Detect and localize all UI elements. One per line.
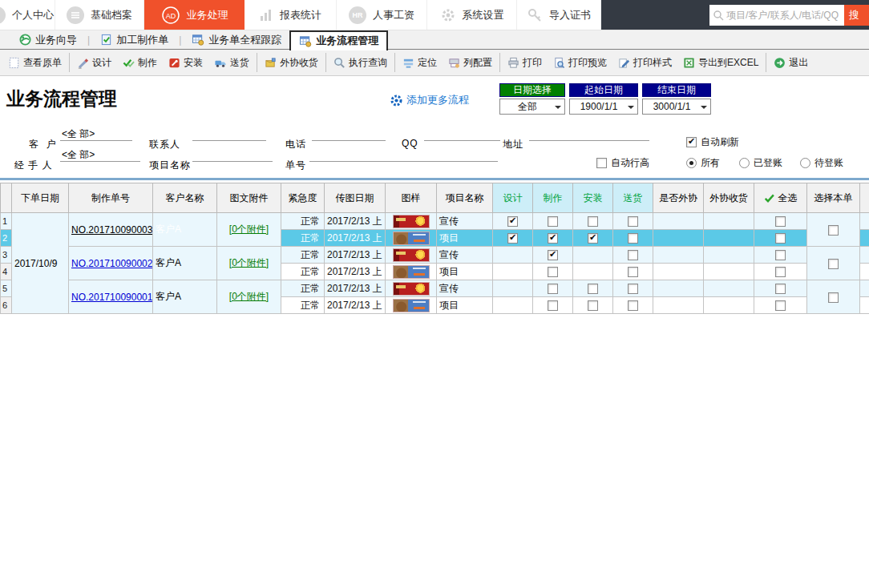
checkbox-icon[interactable] — [775, 267, 786, 277]
design-button[interactable]: 设计 — [71, 50, 117, 75]
attachments-link[interactable]: [0个附件] — [229, 224, 269, 235]
install-cell[interactable] — [573, 247, 613, 264]
auto-refresh-checkbox[interactable]: 自动刷新 — [686, 135, 739, 149]
deliver-cell[interactable] — [613, 230, 653, 247]
add-more-flows-link[interactable]: 添加更多流程 — [390, 93, 469, 107]
make-cell[interactable] — [533, 297, 573, 314]
contact-field[interactable] — [192, 127, 266, 141]
select-all-cell[interactable] — [754, 264, 807, 280]
install-cell[interactable] — [573, 213, 613, 230]
radio-posted[interactable]: 已登账 — [739, 156, 782, 170]
checkbox-icon[interactable] — [548, 267, 558, 277]
install-button[interactable]: 安装 — [163, 50, 208, 75]
sample-image[interactable] — [393, 299, 430, 312]
execute-query-button[interactable]: 执行查询 — [328, 50, 393, 75]
search-input[interactable] — [726, 10, 839, 21]
make-cell[interactable] — [533, 264, 573, 280]
checkbox-icon[interactable] — [828, 225, 839, 236]
column-config-button[interactable]: 列配置 — [443, 50, 498, 75]
radio-icon[interactable] — [739, 158, 750, 168]
sample-image[interactable] — [393, 215, 430, 228]
project-name-field[interactable] — [192, 148, 273, 162]
outsource-receive-button[interactable]: 外协收货 — [259, 50, 324, 75]
attachments-link[interactable]: [0个附件] — [229, 257, 269, 268]
checkbox-icon[interactable] — [588, 300, 598, 311]
end-date-dropdown[interactable]: 3000/1/1 — [642, 99, 711, 115]
checkbox-icon[interactable] — [596, 158, 607, 168]
order-no-link[interactable]: NO.201710090003 — [71, 224, 152, 236]
search-button[interactable]: 搜 — [844, 5, 869, 26]
checkbox-icon[interactable] — [548, 216, 558, 227]
checkbox-icon[interactable] — [628, 300, 638, 311]
tab-business-wizard[interactable]: 业务向导 — [11, 30, 85, 50]
checkbox-icon[interactable] — [628, 233, 638, 244]
make-cell[interactable] — [533, 230, 573, 247]
attachments-link[interactable]: [0个附件] — [229, 291, 269, 302]
make-button[interactable]: 制作 — [117, 50, 163, 75]
checkbox-icon[interactable] — [588, 216, 598, 227]
nav-item-business-processing[interactable]: AD 业务处理 — [144, 0, 245, 30]
checkbox-icon[interactable] — [628, 216, 638, 227]
radio-icon[interactable] — [800, 158, 810, 168]
checkbox-icon[interactable] — [775, 216, 786, 227]
auto-row-height-checkbox[interactable]: 自动行高 — [596, 156, 649, 170]
select-order-cell[interactable] — [807, 280, 860, 314]
install-cell[interactable] — [573, 297, 613, 314]
qq-field[interactable] — [424, 127, 500, 141]
checkbox-icon[interactable] — [828, 259, 839, 269]
select-all-cell[interactable] — [754, 297, 807, 314]
checkbox-icon[interactable] — [588, 233, 598, 244]
design-cell[interactable] — [493, 213, 533, 230]
deliver-cell[interactable] — [613, 280, 653, 297]
date-select-dropdown[interactable]: 全部 — [499, 99, 565, 115]
customer-field[interactable] — [60, 127, 132, 141]
nav-item-basic-archives[interactable]: 基础档案 — [55, 0, 144, 30]
checkbox-icon[interactable] — [507, 216, 518, 227]
sample-image[interactable] — [393, 265, 430, 279]
radio-unposted[interactable]: 待登账 — [800, 156, 843, 170]
locate-button[interactable]: 定位 — [397, 50, 443, 75]
radio-icon[interactable] — [686, 158, 697, 168]
select-order-cell[interactable] — [807, 213, 860, 247]
print-preview-button[interactable]: 打印预览 — [548, 50, 612, 75]
print-style-button[interactable]: 打印样式 — [612, 50, 677, 75]
select-all-cell[interactable] — [754, 213, 807, 230]
nav-item-import-certificate[interactable]: 导入证书 — [517, 0, 601, 30]
checkbox-icon[interactable] — [628, 284, 638, 294]
start-date-dropdown[interactable]: 1900/1/1 — [569, 99, 638, 115]
tab-process-management[interactable]: 业务流程管理 — [289, 30, 388, 50]
checkbox-icon[interactable] — [775, 250, 786, 260]
deliver-cell[interactable] — [613, 297, 653, 314]
sample-image[interactable] — [393, 282, 430, 296]
checkbox-icon[interactable] — [548, 284, 558, 294]
deliver-cell[interactable] — [613, 247, 653, 264]
install-cell[interactable] — [573, 280, 613, 297]
order-no-link[interactable]: NO.201710090001 — [71, 292, 152, 303]
deliver-cell[interactable] — [613, 264, 653, 280]
tab-work-order[interactable]: 加工制作单 — [92, 30, 176, 50]
checkbox-icon[interactable] — [548, 250, 558, 260]
design-cell[interactable] — [493, 247, 533, 264]
sample-image[interactable] — [393, 232, 430, 245]
sample-image[interactable] — [393, 248, 430, 262]
exit-button[interactable]: 退出 — [768, 50, 814, 75]
checkbox-icon[interactable] — [548, 233, 558, 244]
select-all-cell[interactable] — [754, 247, 807, 264]
checkbox-icon[interactable] — [686, 137, 697, 147]
checkbox-icon[interactable] — [828, 292, 839, 303]
handler-field[interactable] — [60, 148, 140, 162]
select-all-cell[interactable] — [754, 280, 807, 297]
nav-item-report-statistics[interactable]: 报表统计 — [245, 0, 337, 30]
checkbox-icon[interactable] — [507, 233, 518, 244]
design-cell[interactable] — [493, 280, 533, 297]
order-no-field[interactable] — [309, 148, 498, 162]
col-header-select-all[interactable]: 全选 — [754, 183, 807, 213]
export-excel-button[interactable]: 导出到EXCEL — [677, 50, 764, 75]
checkbox-icon[interactable] — [588, 284, 598, 294]
make-cell[interactable] — [533, 280, 573, 297]
phone-field[interactable] — [312, 127, 386, 141]
design-cell[interactable] — [493, 264, 533, 280]
deliver-button[interactable]: 送货 — [208, 50, 255, 75]
checkbox-icon[interactable] — [628, 267, 638, 277]
radio-all[interactable]: 所有 — [686, 156, 720, 170]
